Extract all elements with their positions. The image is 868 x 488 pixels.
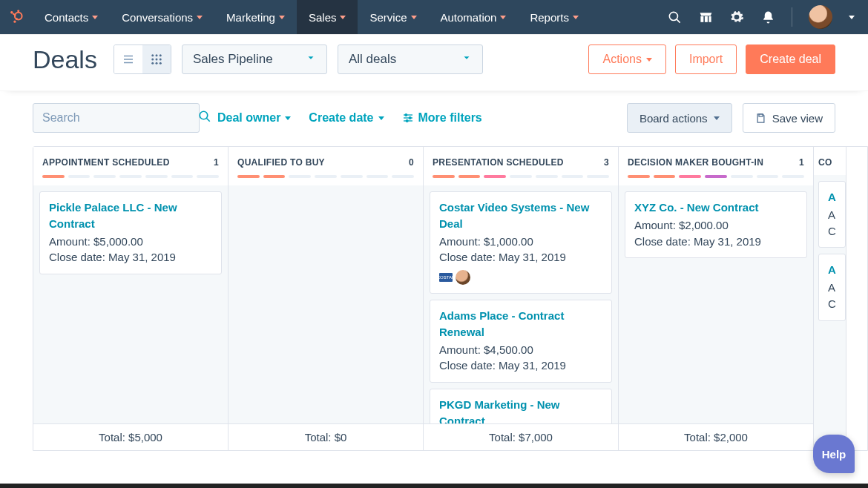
search-input[interactable] [41,111,192,125]
board-column: COAACAAC [814,147,846,450]
import-button[interactable]: Import [675,44,737,74]
svg-point-4 [13,21,16,23]
nav-items: ContactsConversationsMarketingSalesServi… [33,0,591,34]
save-icon [755,113,766,124]
actions-button[interactable]: Actions [588,44,665,74]
chevron-down-icon [461,52,472,67]
board-actions-label: Board actions [640,112,708,125]
nav-item-label: Service [369,11,407,24]
nav-item-service[interactable]: Service [358,0,428,34]
save-view-button[interactable]: Save view [743,103,835,133]
hubspot-logo[interactable] [0,9,33,25]
deal-card[interactable]: Pickle Palace LLC - New ContractAmount: … [39,191,222,274]
svg-line-24 [206,118,210,122]
deal-owner-filter[interactable]: Deal owner [217,111,291,125]
segment [289,175,311,178]
deal-card-title: A [828,189,836,205]
create-deal-button[interactable]: Create deal [746,44,835,74]
segment [536,175,558,178]
nav-item-reports[interactable]: Reports [518,0,591,34]
nav-right [667,0,868,34]
list-view-button[interactable] [114,45,142,73]
column-title-row: QUALIFIED TO BUY0 [237,157,414,168]
segment [171,175,194,178]
chevron-down-icon [411,16,417,19]
deal-card-amount: Amount: $4,500.00 [439,342,602,358]
deal-card[interactable]: XYZ Co. - New ContractAmount: $2,000.00C… [625,191,807,258]
svg-point-19 [160,59,162,61]
marketplace-icon[interactable] [698,10,713,24]
bell-icon[interactable] [760,10,775,24]
chevron-down-icon [573,16,579,19]
chevron-down-icon[interactable] [849,16,855,19]
chevron-down-icon [714,116,720,120]
progress-segments [433,175,609,178]
deal-card-close-date: Close date: May 31, 2019 [49,249,212,266]
chevron-down-icon [306,52,316,67]
svg-point-21 [155,62,157,65]
segment [628,175,650,178]
column-title: APPOINTMENT SCHEDULED [42,157,170,168]
segment [562,175,584,178]
segment [510,175,532,178]
column-body: Pickle Palace LLC - New ContractAmount: … [33,185,228,423]
contact-avatar-icon [456,270,470,285]
nav-item-marketing[interactable]: Marketing [214,0,297,34]
actions-label: Actions [602,53,641,66]
gear-icon[interactable] [729,10,744,24]
page-title: Deals [33,45,97,74]
create-deal-label: Create deal [760,53,821,66]
column-header: APPOINTMENT SCHEDULED1 [33,147,228,185]
page-header: Deals Sales Pipeline All deals Actions I… [0,34,868,91]
import-label: Import [689,53,723,66]
column-header: CO [814,147,846,175]
create-date-filter[interactable]: Create date [309,111,384,125]
column-body: XYZ Co. - New ContractAmount: $2,000.00C… [619,185,813,423]
nav-divider [792,7,792,27]
column-title: PRESENTATION SCHEDULED [433,157,564,168]
chevron-down-icon [197,16,203,19]
deal-card-title: A [828,262,836,278]
user-avatar[interactable] [809,5,832,29]
deal-card-amount: Amount: $2,000.00 [634,217,798,234]
svg-point-23 [200,111,208,119]
column-title: CO [818,157,832,168]
deals-view-select[interactable]: All deals [338,44,483,74]
nav-item-sales[interactable]: Sales [297,0,358,34]
svg-point-2 [10,11,13,13]
svg-point-17 [151,59,154,61]
deal-card[interactable]: PKGD Marketing - New ContractAmount: $1,… [430,389,612,423]
column-count: 0 [409,157,414,168]
pipeline-select[interactable]: Sales Pipeline [182,44,327,74]
column-count: 1 [799,157,804,168]
svg-rect-31 [759,113,763,116]
deal-card[interactable]: AAC [818,181,846,248]
column-title-row: CO [818,157,841,168]
deal-card-close-date: Close date: May 31, 2019 [439,357,602,374]
board-view-button[interactable] [142,45,171,73]
help-button[interactable]: Help [813,435,855,473]
more-filters-button[interactable]: More filters [402,111,482,125]
deal-card-title: Costar Video Systems - New Deal [439,200,602,232]
segment [731,175,753,178]
deal-card-title: Adams Place - Contract Renewal [439,308,602,340]
deal-card[interactable]: AAC [818,254,846,320]
deal-card[interactable]: Costar Video Systems - New DealAmount: $… [430,191,612,294]
nav-item-contacts[interactable]: Contacts [33,0,110,34]
progress-segments [237,175,414,178]
search-icon[interactable] [667,10,682,24]
search-box[interactable] [33,103,200,133]
nav-item-label: Automation [441,11,497,24]
segment [341,175,363,178]
chevron-down-icon [92,16,98,19]
segment [757,175,779,178]
svg-point-16 [160,54,162,56]
board-actions-button[interactable]: Board actions [627,103,732,133]
chevron-down-icon [279,16,285,19]
column-count: 1 [214,157,219,168]
nav-item-automation[interactable]: Automation [429,0,519,34]
deal-card[interactable]: Adams Place - Contract RenewalAmount: $4… [430,300,612,383]
nav-item-conversations[interactable]: Conversations [110,0,214,34]
progress-segments [42,175,219,178]
search-icon[interactable] [198,110,211,126]
